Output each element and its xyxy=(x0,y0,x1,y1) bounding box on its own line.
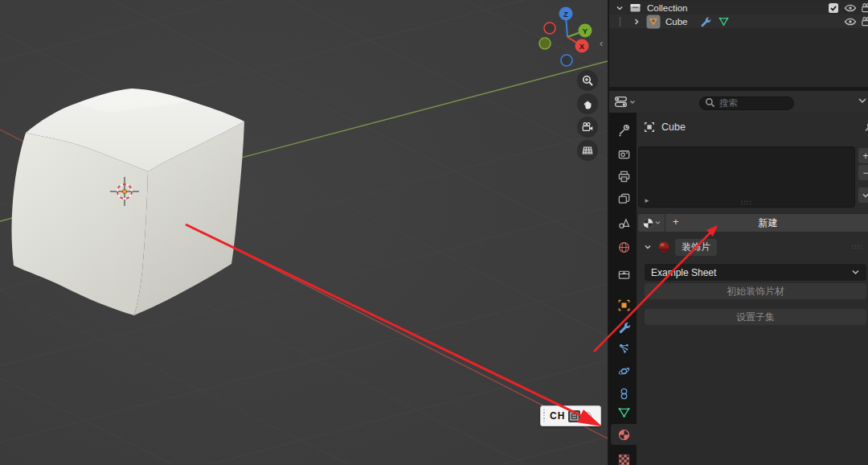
mesh-data-icon xyxy=(718,15,730,27)
pin-id-button[interactable] xyxy=(862,120,868,134)
zoom-button[interactable] xyxy=(577,70,598,91)
viewport-canvas[interactable] xyxy=(0,0,608,465)
chevron-down-icon xyxy=(655,220,661,226)
ime-drag-handle[interactable] xyxy=(543,409,545,422)
gizmo-z-ball[interactable]: Z xyxy=(559,7,573,21)
tab-tool[interactable] xyxy=(611,119,637,140)
outliner-panel: Collection Cube xyxy=(608,0,868,87)
decal-sheet-select[interactable]: Example Sheet xyxy=(645,264,866,281)
tab-physics[interactable] xyxy=(611,360,637,381)
slot-list-expand-button[interactable]: ► xyxy=(644,197,650,205)
viewport-3d[interactable]: Z Y X ‹ xyxy=(0,0,608,465)
tab-modifiers[interactable] xyxy=(611,316,637,337)
gizmo-y-label: Y xyxy=(583,27,588,35)
tab-world[interactable] xyxy=(611,237,637,257)
render-camera-icon[interactable] xyxy=(861,16,868,27)
gizmo-z-label: Z xyxy=(563,10,568,19)
gizmo-x-ball[interactable]: X xyxy=(575,39,589,53)
chevron-down-icon xyxy=(629,99,636,105)
hand-icon xyxy=(581,97,594,110)
perspective-toggle-button[interactable] xyxy=(577,140,598,161)
new-material-button[interactable]: + 新建 xyxy=(665,214,868,232)
grid-sphere-icon xyxy=(581,144,594,157)
search-icon xyxy=(705,97,715,108)
tab-scene[interactable] xyxy=(611,212,637,233)
minus-icon: − xyxy=(862,167,868,179)
add-slot-button[interactable]: + xyxy=(858,148,868,163)
camera-view-button[interactable] xyxy=(577,117,598,138)
properties-header xyxy=(608,91,868,113)
properties-tab-strip xyxy=(609,113,637,465)
gizmo-neg-z-ball[interactable] xyxy=(561,55,572,66)
eye-icon[interactable] xyxy=(844,3,857,13)
chevron-right-icon[interactable] xyxy=(632,17,641,27)
blender-window: Z Y X ‹ xyxy=(0,0,868,465)
filter-dropdown-button[interactable] xyxy=(857,94,868,109)
slot-list-resize-grip[interactable]: ∷∷ xyxy=(741,200,751,207)
panel-drag-grip[interactable]: ∷∷ xyxy=(852,243,862,251)
chevron-down-icon xyxy=(862,191,868,200)
breadcrumb-object-name: Cube xyxy=(661,121,686,133)
chevron-down-icon[interactable] xyxy=(615,3,624,13)
set-subset-label: 设置子集 xyxy=(736,311,775,324)
set-subset-button[interactable]: 设置子集 xyxy=(645,309,866,325)
collection-label: Collection xyxy=(647,3,688,13)
outliner-row-collection[interactable]: Collection xyxy=(609,1,868,14)
orientation-gizmo[interactable]: Z Y X xyxy=(526,2,607,76)
ime-language-bar[interactable]: CH xyxy=(540,405,601,426)
plus-icon: + xyxy=(673,216,679,228)
tab-material[interactable] xyxy=(611,424,637,445)
tab-view-layer[interactable] xyxy=(611,188,637,209)
ime-options-icon[interactable] xyxy=(583,412,592,421)
ime-mode-icon[interactable] xyxy=(568,410,580,422)
properties-editor-icon xyxy=(614,95,628,109)
magnifier-plus-icon xyxy=(581,74,594,87)
tab-object-data[interactable] xyxy=(611,401,637,422)
checkbox-icon[interactable] xyxy=(828,2,839,14)
init-decal-sheet-button[interactable]: 初始装饰片材 xyxy=(645,283,866,299)
editor-type-button[interactable] xyxy=(614,94,645,109)
pan-view-button[interactable] xyxy=(577,93,598,114)
tab-object[interactable] xyxy=(611,294,637,315)
red-material-preview-icon xyxy=(657,241,670,253)
tab-output[interactable] xyxy=(611,166,637,187)
search-box xyxy=(699,95,794,109)
chevron-down-icon xyxy=(643,242,653,252)
properties-editor: Cube ► ∷∷ + − xyxy=(608,113,868,465)
region-toggle-arrow[interactable]: ‹ xyxy=(600,37,603,49)
object-icon xyxy=(643,121,656,134)
material-properties-content: Cube ► ∷∷ + − xyxy=(637,113,868,465)
render-camera-icon[interactable] xyxy=(861,2,868,13)
ime-language-label: CH xyxy=(550,410,565,422)
remove-slot-button[interactable]: − xyxy=(858,165,868,180)
material-sphere-icon xyxy=(642,217,654,229)
new-material-label: 新建 xyxy=(759,216,778,230)
hierarchy-line xyxy=(620,17,620,27)
modifier-wrench-icon xyxy=(699,15,711,27)
plus-icon: + xyxy=(862,150,868,162)
pin-icon xyxy=(862,120,868,134)
chevron-down-icon xyxy=(851,268,860,277)
collection-icon xyxy=(629,2,641,14)
tab-render[interactable] xyxy=(611,143,637,164)
gizmo-neg-y-ball[interactable] xyxy=(539,38,551,49)
breadcrumb: Cube xyxy=(643,119,686,135)
browse-material-button[interactable] xyxy=(638,214,665,232)
gizmo-neg-x-ball[interactable] xyxy=(544,23,555,34)
tab-collection[interactable] xyxy=(611,264,637,285)
decal-sheet-value: Example Sheet xyxy=(651,267,851,278)
outliner-row-cube[interactable]: Cube xyxy=(609,14,868,28)
material-slot-list[interactable]: ► ∷∷ xyxy=(638,146,855,208)
tab-texture[interactable] xyxy=(611,449,637,465)
eye-icon[interactable] xyxy=(844,17,857,27)
gizmo-x-label: X xyxy=(579,42,585,51)
init-decal-sheet-label: 初始装饰片材 xyxy=(727,285,784,298)
slot-specials-button[interactable] xyxy=(858,187,868,203)
tab-particles[interactable] xyxy=(611,338,637,359)
cube-label: Cube xyxy=(665,17,688,27)
decal-panel-header[interactable]: 装饰片 ∷∷ xyxy=(637,238,868,256)
decal-panel-title: 装饰片 xyxy=(675,239,717,256)
mesh-object-icon xyxy=(646,14,661,29)
gizmo-y-ball[interactable]: Y xyxy=(579,24,592,38)
camera-icon xyxy=(581,121,594,134)
